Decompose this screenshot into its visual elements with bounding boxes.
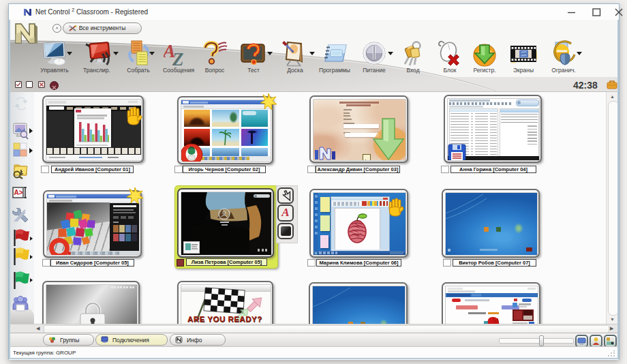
svg-text:A>: A> — [14, 189, 23, 196]
svg-text:Z: Z — [172, 49, 184, 67]
